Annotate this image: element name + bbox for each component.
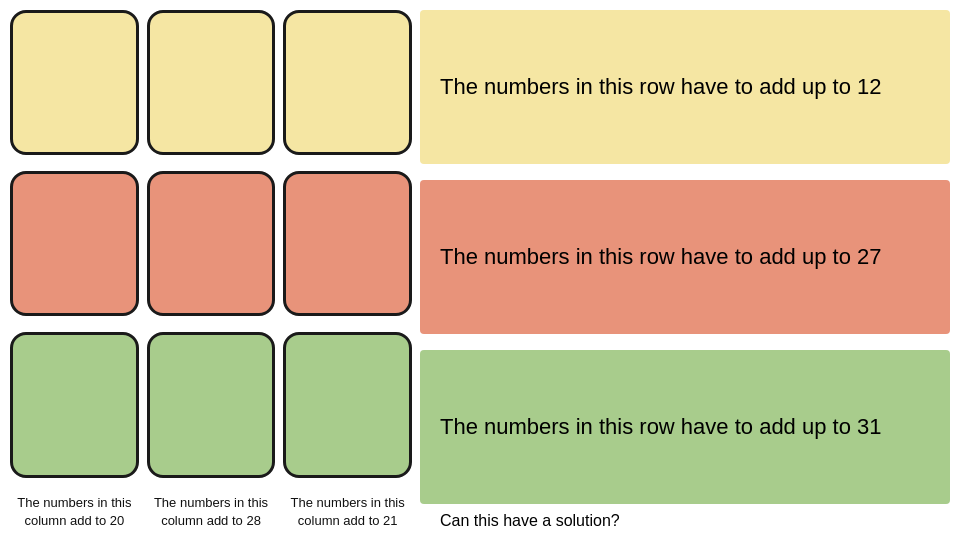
- grid-row-1: [10, 10, 412, 163]
- cell-3-3: [283, 332, 412, 477]
- cell-2-2: [147, 171, 276, 316]
- row-label-1: The numbers in this row have to add up t…: [420, 10, 950, 164]
- col-label-2: The numbers in this column add to 28: [147, 494, 276, 530]
- cell-1-3: [283, 10, 412, 155]
- grid-row-2: [10, 171, 412, 324]
- cell-3-2: [147, 332, 276, 477]
- cell-1-1: [10, 10, 139, 155]
- cell-1-2: [147, 10, 276, 155]
- row-label-3: The numbers in this row have to add up t…: [420, 350, 950, 504]
- row-label-2: The numbers in this row have to add up t…: [420, 180, 950, 334]
- app-container: The numbers in this column add to 20 The…: [0, 0, 960, 540]
- cell-3-1: [10, 332, 139, 477]
- solution-question: Can this have a solution?: [420, 504, 960, 540]
- cell-2-3: [283, 171, 412, 316]
- grid-row-3: [10, 332, 412, 485]
- col-label-3: The numbers in this column add to 21: [283, 494, 412, 530]
- cell-2-1: [10, 171, 139, 316]
- col-label-1: The numbers in this column add to 20: [10, 494, 139, 530]
